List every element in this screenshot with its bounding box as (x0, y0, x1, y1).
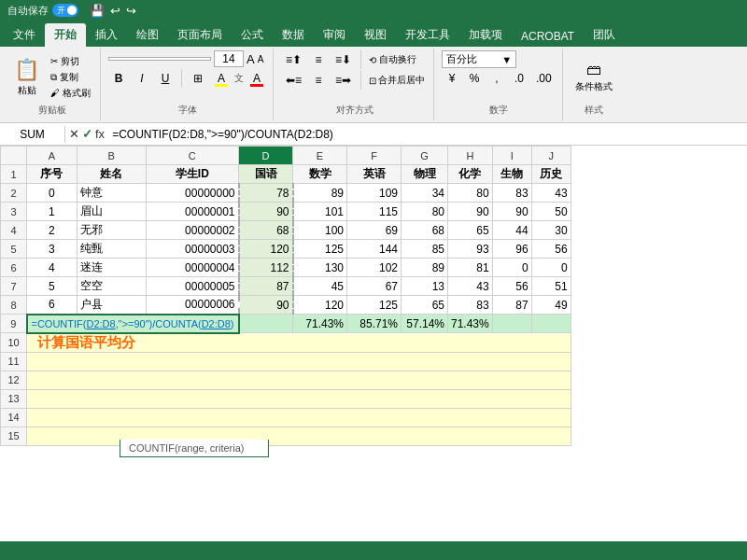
cell-a9[interactable]: =COUNTIF(D2:D8,">=90")/COUNTA(D2:D8) (27, 315, 239, 333)
cell-d8[interactable]: 90 (239, 296, 293, 315)
col-header-g[interactable]: G (402, 147, 448, 165)
undo-icon[interactable]: ↩ (110, 4, 120, 18)
cell-c8[interactable]: 00000006 (146, 296, 238, 315)
tab-data[interactable]: 数据 (273, 23, 314, 47)
cell-b2[interactable]: 钟意 (77, 184, 146, 203)
bold-button[interactable]: B (108, 70, 129, 87)
font-size-input[interactable]: 14 (214, 50, 244, 67)
border-button[interactable]: ⊞ (188, 70, 208, 87)
col-header-d[interactable]: D (239, 147, 293, 165)
cell-f9[interactable]: 85.71% (347, 315, 402, 333)
cell-b4[interactable]: 无邪 (77, 221, 146, 240)
cell-f7[interactable]: 67 (347, 277, 402, 296)
cancel-formula-icon[interactable]: ✕ (69, 127, 79, 141)
cell-f8[interactable]: 125 (347, 296, 402, 315)
cell-j4[interactable]: 30 (531, 221, 571, 240)
cell-i5[interactable]: 96 (492, 240, 531, 259)
align-bottom-button[interactable]: ≡⬇ (331, 51, 356, 68)
cell-f2[interactable]: 109 (347, 184, 402, 203)
cell-h4[interactable]: 65 (448, 221, 493, 240)
cell-e2[interactable]: 89 (293, 184, 347, 203)
cell-e7[interactable]: 45 (293, 277, 347, 296)
number-format-dropdown[interactable]: 百分比 ▼ (442, 50, 516, 68)
autosave-toggle[interactable]: 开 (52, 4, 78, 17)
tab-devtools[interactable]: 开发工具 (396, 23, 459, 47)
cell-h1[interactable]: 化学 (448, 165, 493, 184)
tab-pagelayout[interactable]: 页面布局 (168, 23, 232, 47)
cell-a5[interactable]: 3 (27, 240, 78, 259)
cell-d7[interactable]: 87 (239, 277, 293, 296)
cell-a2[interactable]: 0 (27, 184, 78, 203)
cell-g8[interactable]: 65 (402, 296, 448, 315)
col-header-a[interactable]: A (27, 147, 78, 165)
cell-g6[interactable]: 89 (402, 259, 448, 277)
confirm-formula-icon[interactable]: ✓ (82, 127, 92, 141)
underline-button[interactable]: U (155, 70, 176, 87)
cell-e1[interactable]: 数学 (293, 165, 347, 184)
cell-i3[interactable]: 90 (492, 203, 531, 221)
tab-insert[interactable]: 插入 (86, 23, 127, 47)
wrap-text-button[interactable]: ⟲ 自动换行 (366, 52, 419, 67)
tab-formula[interactable]: 公式 (232, 23, 273, 47)
align-top-button[interactable]: ≡⬆ (281, 51, 306, 68)
cell-g3[interactable]: 80 (402, 203, 448, 221)
cell-f4[interactable]: 69 (347, 221, 402, 240)
currency-button[interactable]: ¥ (442, 70, 462, 87)
font-color-button[interactable]: A (247, 70, 267, 87)
cell-d1[interactable]: 国语 (239, 165, 293, 184)
cell-c7[interactable]: 00000005 (146, 277, 238, 296)
cell-h8[interactable]: 83 (448, 296, 493, 315)
cell-reference-box[interactable] (0, 126, 65, 143)
cell-f3[interactable]: 115 (347, 203, 402, 221)
decrease-font-icon[interactable]: A (258, 54, 264, 64)
tab-review[interactable]: 审阅 (314, 23, 355, 47)
cell-c5[interactable]: 00000003 (146, 240, 238, 259)
col-header-i[interactable]: I (492, 147, 531, 165)
conditional-format-button[interactable]: 🗃 条件格式 (571, 59, 617, 96)
cell-i6[interactable]: 0 (492, 259, 531, 277)
col-header-e[interactable]: E (293, 147, 347, 165)
cell-d2[interactable]: 78 (239, 184, 293, 203)
cell-h2[interactable]: 80 (448, 184, 493, 203)
increase-font-icon[interactable]: A (247, 52, 255, 66)
col-header-c[interactable]: C (146, 147, 238, 165)
cell-c3[interactable]: 00000001 (146, 203, 238, 221)
paste-button[interactable]: 📋 粘贴 (9, 55, 44, 100)
format-painter-button[interactable]: 🖌 格式刷 (47, 86, 94, 101)
cell-c1[interactable]: 学生ID (146, 165, 238, 184)
cell-g1[interactable]: 物理 (402, 165, 448, 184)
cell-a3[interactable]: 1 (27, 203, 78, 221)
cell-b8[interactable]: 户县 (77, 296, 146, 315)
insert-function-icon[interactable]: fx (95, 127, 105, 141)
cell-f1[interactable]: 英语 (347, 165, 402, 184)
cell-h5[interactable]: 93 (448, 240, 493, 259)
cell-b7[interactable]: 空空 (77, 277, 146, 296)
cell-f5[interactable]: 144 (347, 240, 402, 259)
cell-h3[interactable]: 90 (448, 203, 493, 221)
cell-e4[interactable]: 100 (293, 221, 347, 240)
align-center-button[interactable]: ≡ (308, 72, 329, 89)
cell-g9[interactable]: 57.14% (402, 315, 448, 333)
tab-acrobat[interactable]: ACROBAT (512, 26, 584, 47)
decrease-decimal-button[interactable]: .00 (531, 70, 557, 87)
cell-i1[interactable]: 生物 (492, 165, 531, 184)
cell-c2[interactable]: 00000000 (146, 184, 238, 203)
cell-a7[interactable]: 5 (27, 277, 78, 296)
cell-d3[interactable]: 90 (239, 203, 293, 221)
cell-i8[interactable]: 87 (492, 296, 531, 315)
cell-a6[interactable]: 4 (27, 259, 78, 277)
cell-e5[interactable]: 125 (293, 240, 347, 259)
cell-e9[interactable]: 71.43% (293, 315, 347, 333)
merge-button[interactable]: ⊡ 合并后居中 (366, 73, 428, 88)
align-left-button[interactable]: ⬅≡ (281, 72, 306, 89)
cell-g2[interactable]: 34 (402, 184, 448, 203)
cell-d9[interactable] (239, 315, 293, 333)
cell-h9[interactable]: 71.43% (448, 315, 493, 333)
font-name-input[interactable] (108, 57, 211, 61)
tab-team[interactable]: 团队 (584, 23, 625, 47)
cell-j1[interactable]: 历史 (531, 165, 571, 184)
cell-c4[interactable]: 00000002 (146, 221, 238, 240)
cell-c6[interactable]: 00000004 (146, 259, 238, 277)
cell-j5[interactable]: 56 (531, 240, 571, 259)
cell-d4[interactable]: 68 (239, 221, 293, 240)
